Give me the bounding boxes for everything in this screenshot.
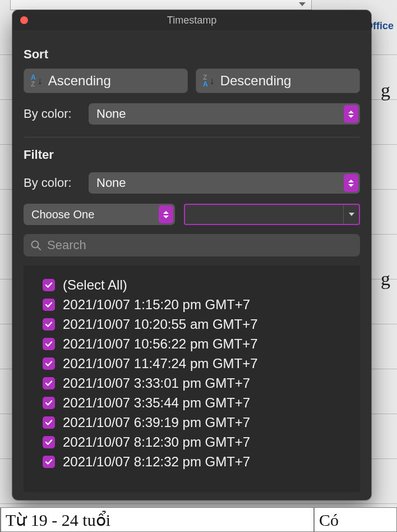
sort-ascending-label: Ascending bbox=[48, 73, 111, 89]
checkbox-checked-icon[interactable] bbox=[43, 377, 55, 389]
sort-descending-icon: ZA↓ bbox=[203, 74, 215, 88]
checkbox-checked-icon[interactable] bbox=[43, 416, 55, 429]
checkbox-checked-icon[interactable] bbox=[43, 456, 55, 468]
filter-value-label: 2021/10/07 1:15:20 pm GMT+7 bbox=[63, 297, 250, 313]
filter-value-item[interactable]: 2021/10/07 10:20:55 am GMT+7 bbox=[43, 317, 350, 332]
popup-title: Timestamp bbox=[20, 15, 363, 26]
bottom-cell-1[interactable]: Từ 19 - 24 tuổi bbox=[0, 507, 314, 532]
filter-value-item[interactable]: 2021/10/07 10:56:22 pm GMT+7 bbox=[43, 336, 350, 352]
search-input[interactable] bbox=[47, 238, 353, 253]
filter-value-input[interactable] bbox=[185, 205, 343, 224]
filter-value-item[interactable]: 2021/10/07 3:33:01 pm GMT+7 bbox=[43, 375, 350, 391]
filter-value-combo[interactable] bbox=[184, 204, 360, 225]
filter-value-item[interactable]: 2021/10/07 1:15:20 pm GMT+7 bbox=[43, 297, 350, 313]
bottom-row: Từ 19 - 24 tuổi Có bbox=[0, 507, 397, 532]
select-caret-icon bbox=[344, 174, 358, 192]
filter-value-label: 2021/10/07 10:56:22 pm GMT+7 bbox=[63, 336, 258, 352]
select-caret-icon bbox=[159, 205, 173, 223]
background-cell-text: g bbox=[381, 80, 390, 101]
filter-values-list: (Select All)2021/10/07 1:15:20 pm GMT+72… bbox=[24, 265, 360, 492]
filter-value-item[interactable]: 2021/10/07 8:12:30 pm GMT+7 bbox=[43, 434, 350, 450]
search-icon bbox=[30, 240, 41, 251]
filter-value-item[interactable]: 2021/10/07 11:47:24 pm GMT+7 bbox=[43, 356, 350, 372]
checkbox-checked-icon[interactable] bbox=[43, 299, 55, 311]
filter-condition-value: Choose One bbox=[31, 208, 94, 221]
checkbox-checked-icon[interactable] bbox=[43, 279, 55, 291]
filter-value-label: (Select All) bbox=[63, 277, 127, 293]
filter-sort-popup: Timestamp Sort AZ↓ Ascending ZA↓ Descend… bbox=[12, 10, 371, 500]
filter-value-label: 2021/10/07 10:20:55 am GMT+7 bbox=[63, 317, 258, 332]
bottom-cell-2[interactable]: Có bbox=[314, 507, 397, 532]
sort-ascending-button[interactable]: AZ↓ Ascending bbox=[24, 68, 188, 93]
sort-heading: Sort bbox=[24, 47, 360, 62]
filter-value-item[interactable]: 2021/10/07 3:35:44 pm GMT+7 bbox=[43, 395, 350, 411]
filter-by-color-value: None bbox=[96, 176, 126, 190]
column-filter-tab[interactable] bbox=[10, 0, 312, 10]
checkbox-checked-icon[interactable] bbox=[43, 436, 55, 448]
titlebar: Timestamp bbox=[12, 10, 371, 30]
sort-descending-button[interactable]: ZA↓ Descending bbox=[196, 68, 360, 93]
checkbox-checked-icon[interactable] bbox=[43, 318, 55, 331]
checkbox-checked-icon[interactable] bbox=[43, 338, 55, 350]
filter-value-item[interactable]: 2021/10/07 6:39:19 pm GMT+7 bbox=[43, 415, 350, 430]
filter-value-label: 2021/10/07 6:39:19 pm GMT+7 bbox=[63, 415, 250, 430]
sort-ascending-icon: AZ↓ bbox=[31, 74, 43, 88]
filter-value-item[interactable]: 2021/10/07 8:12:32 pm GMT+7 bbox=[43, 454, 350, 470]
search-field[interactable] bbox=[24, 234, 360, 256]
filter-select-all-item[interactable]: (Select All) bbox=[43, 277, 350, 293]
filter-heading: Filter bbox=[24, 148, 360, 162]
checkbox-checked-icon[interactable] bbox=[43, 397, 55, 409]
filter-condition-select[interactable]: Choose One bbox=[24, 204, 175, 225]
sort-by-color-select[interactable]: None bbox=[89, 103, 360, 125]
checkbox-checked-icon[interactable] bbox=[43, 357, 55, 370]
sort-descending-label: Descending bbox=[220, 73, 292, 89]
filter-value-label: 2021/10/07 8:12:30 pm GMT+7 bbox=[63, 434, 250, 450]
filter-by-color-label: By color: bbox=[24, 176, 80, 190]
svg-line-1 bbox=[38, 247, 40, 250]
select-caret-icon bbox=[344, 105, 358, 123]
sort-by-color-label: By color: bbox=[24, 107, 80, 121]
filter-value-label: 2021/10/07 11:47:24 pm GMT+7 bbox=[63, 356, 258, 372]
filter-value-label: 2021/10/07 3:33:01 pm GMT+7 bbox=[63, 375, 250, 391]
filter-value-label: 2021/10/07 3:35:44 pm GMT+7 bbox=[63, 395, 250, 411]
combo-dropdown-button[interactable] bbox=[343, 205, 359, 224]
filter-value-label: 2021/10/07 8:12:32 pm GMT+7 bbox=[63, 454, 250, 470]
sort-by-color-value: None bbox=[96, 107, 126, 121]
background-cell-text: g bbox=[381, 268, 390, 290]
section-divider bbox=[24, 137, 360, 137]
filter-by-color-select[interactable]: None bbox=[89, 172, 360, 194]
